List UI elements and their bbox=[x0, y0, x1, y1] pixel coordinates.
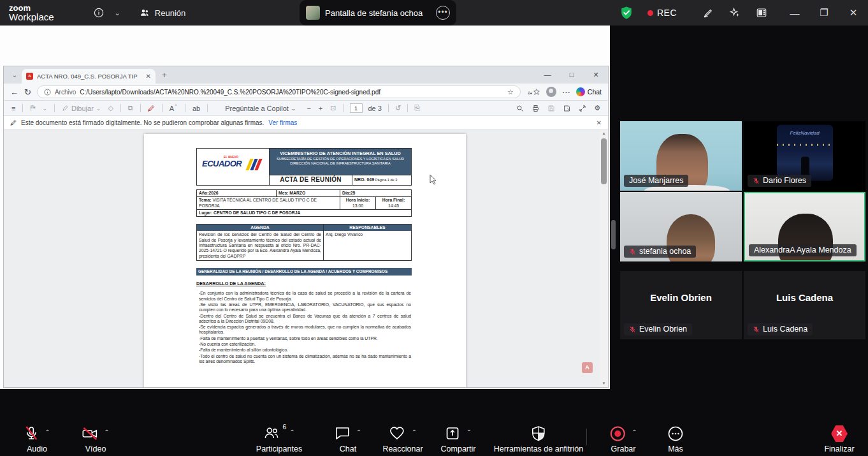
video-button[interactable]: ⌃ Vídeo bbox=[82, 425, 109, 453]
meta-end: Hora Final:14:45 bbox=[376, 197, 411, 209]
dev-item: -En conjunto con la administradora técni… bbox=[199, 291, 411, 302]
audio-button[interactable]: ⌃ Audio bbox=[24, 425, 50, 453]
meta-place: Lugar: CENTRO DE SALUD TIPO C DE POSORJA bbox=[197, 210, 411, 216]
audio-tile-luis[interactable]: Luis Cadena Luis Cadena bbox=[744, 271, 865, 339]
scroll-down-icon[interactable]: ▼ bbox=[600, 379, 608, 387]
view-signatures-link[interactable]: Ver firmas bbox=[268, 119, 297, 126]
ai-companion-icon[interactable] bbox=[727, 7, 743, 18]
browser-close-button[interactable]: ✕ bbox=[584, 71, 608, 79]
host-tools-button[interactable]: Herramientas de anfitrión bbox=[494, 425, 583, 453]
end-meeting-button[interactable]: ✕ Finalizar bbox=[824, 425, 854, 453]
zoom-meeting-window: zoom Workplace ⌄ Reunión Pantalla de ste… bbox=[0, 0, 868, 456]
rotate-icon[interactable]: ↺ bbox=[395, 104, 401, 112]
view-layout-icon[interactable] bbox=[753, 7, 770, 18]
video-tile-stefania[interactable]: stefania ochoa bbox=[620, 192, 742, 261]
restore-button[interactable]: ❐ bbox=[809, 7, 839, 18]
chat-button[interactable]: ⌃ Chat bbox=[335, 425, 361, 453]
fullscreen-icon[interactable] bbox=[579, 105, 586, 112]
refresh-icon[interactable]: ↻ bbox=[24, 87, 31, 97]
highlight-chevron-icon[interactable]: ⌄ bbox=[42, 105, 47, 112]
close-button[interactable]: ✕ bbox=[839, 7, 868, 18]
tab-meeting[interactable]: Reunión bbox=[140, 8, 185, 18]
chevron-down-icon[interactable]: ⌄ bbox=[115, 9, 120, 17]
name-label: stefania ochoa bbox=[624, 246, 696, 258]
name-label: Luis Cadena bbox=[748, 323, 813, 335]
pdf-viewport[interactable]: EL NUEVO ECUADOR VICEMINISTERIO DE ATENC… bbox=[4, 129, 608, 387]
video-tile-alexandra-active-speaker[interactable]: AlexandraA Ayala Mendoza bbox=[744, 192, 865, 261]
scroll-up-icon[interactable]: ▲ bbox=[600, 129, 608, 137]
participants-button[interactable]: 6 ⌃ Participantes bbox=[256, 425, 302, 453]
annotate-pencil-icon[interactable] bbox=[700, 7, 716, 18]
new-tab-button[interactable]: + bbox=[162, 70, 167, 80]
favorite-star-icon[interactable]: ☆ bbox=[507, 88, 514, 96]
scroll-thumb[interactable] bbox=[601, 138, 607, 184]
share-button[interactable]: ⌃ Compartir bbox=[441, 425, 476, 453]
page-count-label: de 3 bbox=[368, 105, 382, 112]
pdf-toolbar: ≡ ⛿ ⌄ Dibujar ⌄ ◇ ⧉ 🖉 A⌃ ab Pregúntale a… bbox=[4, 101, 608, 116]
acrobat-extension-icon[interactable]: A bbox=[582, 362, 593, 373]
tab-screen-share[interactable]: Pantalla de stefania ochoa ••• bbox=[300, 0, 456, 26]
two-page-icon[interactable]: ⎘ bbox=[414, 104, 420, 112]
collections-icon[interactable]: ⭟☆ bbox=[526, 88, 540, 96]
record-options-chevron[interactable]: ⌃ bbox=[632, 429, 637, 436]
center-name: Luis Cadena bbox=[744, 292, 865, 303]
more-label: Más bbox=[668, 445, 683, 453]
browser-minimize-button[interactable]: — bbox=[535, 71, 560, 79]
read-aloud-icon[interactable]: A⌃ bbox=[170, 104, 178, 112]
browser-tab[interactable]: A ACTA NRO. 049_C.S. POSORJA TIP ✕ bbox=[22, 69, 156, 84]
save-icon[interactable] bbox=[547, 105, 555, 112]
chat-options-chevron[interactable]: ⌃ bbox=[356, 429, 361, 436]
back-icon[interactable]: ← bbox=[10, 87, 18, 97]
settings-gear-icon[interactable]: ⚙ bbox=[594, 104, 600, 112]
react-button[interactable]: ⌃ Reaccionar bbox=[382, 425, 423, 453]
tab-close-icon[interactable]: ✕ bbox=[146, 73, 151, 80]
ask-copilot-button[interactable]: Pregúntale a Copilot ⌄ bbox=[215, 105, 296, 112]
react-options-chevron[interactable]: ⌃ bbox=[412, 429, 417, 436]
save-as-icon[interactable] bbox=[563, 105, 571, 112]
doc-header-table: EL NUEVO ECUADOR VICEMINISTERIO DE ATENC… bbox=[196, 148, 412, 186]
record-button[interactable]: ⌃ Grabar bbox=[609, 425, 637, 453]
participants-options-chevron[interactable]: ⌃ bbox=[289, 429, 294, 436]
profile-avatar-icon[interactable] bbox=[546, 87, 556, 97]
browser-menu-icon[interactable]: ⋯ bbox=[562, 87, 570, 97]
share-scrollbar[interactable] bbox=[611, 220, 616, 249]
signature-notification-bar: 🖉 Este documento está firmado digitalmen… bbox=[4, 116, 608, 129]
copilot-button[interactable]: Chat bbox=[576, 87, 602, 96]
toc-icon[interactable]: ≡ bbox=[11, 105, 15, 112]
video-options-chevron[interactable]: ⌃ bbox=[104, 429, 109, 436]
audio-tile-evelin[interactable]: Evelin Obrien Evelin Obrien bbox=[620, 271, 742, 339]
eraser-icon[interactable]: ◇ bbox=[108, 104, 113, 112]
minimize-button[interactable]: — bbox=[780, 8, 809, 18]
share-options-icon[interactable]: ••• bbox=[436, 6, 450, 20]
page-view-icon[interactable]: ⧉ bbox=[128, 104, 133, 112]
signature-icon[interactable]: 🖉 bbox=[148, 105, 155, 112]
draw-tool[interactable]: Dibujar ⌄ bbox=[62, 105, 101, 112]
zoom-in-icon[interactable]: + bbox=[319, 105, 322, 112]
share-options-chevron[interactable]: ⌃ bbox=[467, 429, 472, 436]
highlight-icon[interactable]: ⛿ bbox=[30, 104, 35, 112]
muted-mic-icon bbox=[753, 177, 760, 184]
audio-options-chevron[interactable]: ⌃ bbox=[45, 429, 50, 436]
avatar-caption: FelizNavidad bbox=[777, 129, 833, 135]
meeting-info-icon[interactable] bbox=[89, 8, 108, 18]
video-tile-jose[interactable]: José Manjarres bbox=[620, 121, 742, 191]
dismiss-notification-icon[interactable]: ✕ bbox=[597, 119, 602, 126]
browser-maximize-button[interactable]: □ bbox=[560, 71, 584, 79]
page-number-input[interactable]: 1 bbox=[350, 103, 363, 113]
pdf-page: EL NUEVO ECUADOR VICEMINISTERIO DE ATENC… bbox=[144, 134, 466, 387]
zoom-out-icon[interactable]: − bbox=[307, 105, 310, 112]
more-button[interactable]: Más bbox=[667, 425, 684, 453]
video-tile-dario[interactable]: FelizNavidad Dario Flores bbox=[744, 121, 865, 191]
text-tool-icon[interactable]: ab bbox=[192, 105, 200, 112]
doc-meta-table: Año:2026 Mes: MARZO Día:25 Tema: VISITA … bbox=[196, 189, 412, 217]
print-icon[interactable] bbox=[532, 105, 540, 112]
tab-search-icon[interactable]: ⌄ bbox=[8, 71, 22, 78]
responsables-header: RESPONSABLES bbox=[324, 224, 411, 231]
url-field[interactable]: Archivo C:/Users/lapto/Downloads/ACTA%20… bbox=[37, 85, 521, 98]
search-icon[interactable] bbox=[516, 105, 524, 112]
security-shield-icon[interactable] bbox=[619, 6, 633, 20]
pdf-scrollbar[interactable]: ▲ ▼ bbox=[600, 129, 608, 387]
fit-width-icon[interactable]: ⊡ bbox=[330, 104, 336, 112]
muted-mic-icon bbox=[629, 326, 636, 333]
digital-signature-icon: 🖉 bbox=[10, 119, 17, 126]
